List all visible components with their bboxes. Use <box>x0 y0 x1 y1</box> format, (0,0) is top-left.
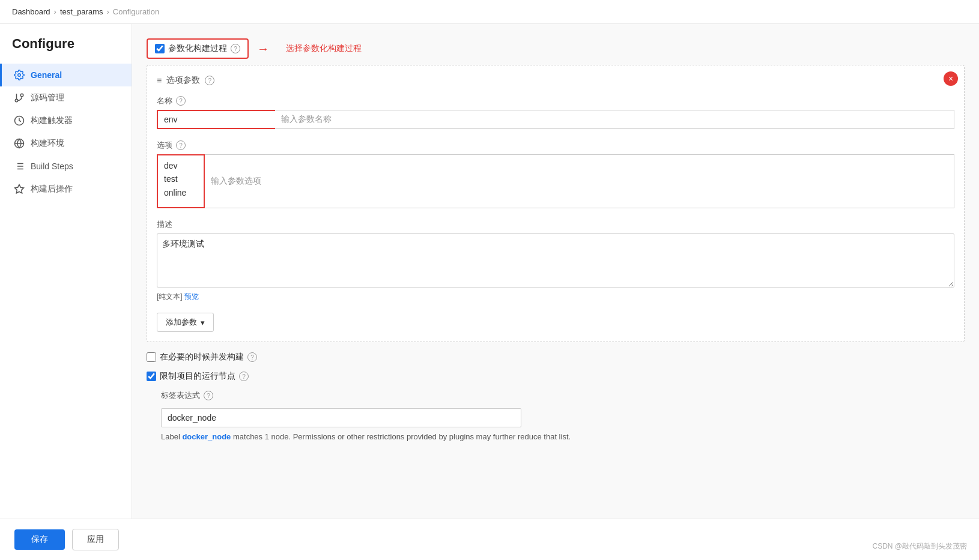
sidebar-item-label-general: General <box>31 70 62 80</box>
options-value-box: dev test online <box>157 154 205 208</box>
source-icon <box>14 92 25 103</box>
match-info-pre: Label <box>161 432 182 441</box>
description-field-label: 描述 <box>157 219 954 230</box>
add-param-button[interactable]: 添加参数 ▾ <box>157 313 214 332</box>
concurrent-help-icon[interactable]: ? <box>247 352 257 362</box>
sidebar-item-label-source: 源码管理 <box>31 92 64 103</box>
sidebar-item-label-postbuild: 构建后操作 <box>31 184 73 194</box>
parameterize-header: 参数化构建过程 ? → 选择参数化构建过程 <box>147 38 965 59</box>
svg-point-2 <box>20 94 23 97</box>
match-info-mid: matches 1 node. Permissions or other res… <box>233 432 571 441</box>
sidebar-item-trigger[interactable]: 构建触发器 <box>0 109 132 132</box>
options-input-row: dev test online 输入参数选项 <box>157 154 954 208</box>
label-expr-label: 标签表达式 ? <box>161 390 965 401</box>
bottom-action-bar: 保存 应用 <box>0 519 979 559</box>
breadcrumb-sep2: › <box>107 7 109 16</box>
label-expression-input[interactable] <box>161 408 521 427</box>
restrict-nodes-checkbox[interactable] <box>147 372 156 381</box>
close-icon: × <box>948 74 953 83</box>
parameterize-help-icon[interactable]: ? <box>231 44 240 53</box>
restrict-nodes-label-text: 限制项目的运行节点 <box>160 371 235 382</box>
sidebar-item-general[interactable]: General <box>0 64 132 86</box>
sidebar-item-env[interactable]: 构建环境 <box>0 132 132 155</box>
sidebar: Configure General 源码管理 <box>0 24 132 559</box>
name-help-icon[interactable]: ? <box>176 96 186 106</box>
dropdown-arrow-icon: ▾ <box>201 318 205 327</box>
options-field-group: 选项 ? dev test online 输入参数选项 <box>157 140 954 208</box>
concurrent-build-row: 在必要的时候并发构建 ? <box>147 352 965 363</box>
svg-point-0 <box>18 74 21 77</box>
parameterize-checkbox[interactable] <box>155 44 165 53</box>
options-help-icon[interactable]: ? <box>176 140 186 150</box>
param-section-header: ≡ 选项参数 ? <box>157 75 954 86</box>
sidebar-item-buildsteps[interactable]: Build Steps <box>0 155 132 178</box>
description-field-group: 描述 多环境测试 [纯文本] 预览 <box>157 219 954 302</box>
trigger-icon <box>14 115 25 126</box>
sidebar-item-label-buildsteps: Build Steps <box>31 161 73 171</box>
concurrent-build-label-text: 在必要的时候并发构建 <box>160 352 244 363</box>
menu-icon: ≡ <box>157 76 162 85</box>
hint-red-text: 选择参数化构建过程 <box>286 43 362 54</box>
svg-point-3 <box>15 99 18 102</box>
globe-icon <box>14 138 25 149</box>
restrict-nodes-help-icon[interactable]: ? <box>239 372 249 381</box>
options-hint-box: 输入参数选项 <box>205 154 954 208</box>
name-field-group: 名称 ? 输入参数名称 <box>157 95 954 129</box>
name-input-hint: 输入参数名称 <box>275 110 954 129</box>
format-bar: [纯文本] 预览 <box>157 292 954 302</box>
match-label: docker_node <box>182 432 231 441</box>
parameterize-label-text: 参数化构建过程 <box>168 43 227 54</box>
param-section-label: 选项参数 <box>166 75 200 86</box>
parameterize-checkbox-label[interactable]: 参数化构建过程 ? <box>147 38 249 59</box>
watermark: CSDN @敲代码敲到头发茂密 <box>872 541 967 552</box>
options-field-label: 选项 ? <box>157 140 954 151</box>
sidebar-item-source[interactable]: 源码管理 <box>0 86 132 109</box>
param-section-help-icon[interactable]: ? <box>205 76 214 85</box>
add-param-label: 添加参数 <box>166 317 197 328</box>
name-field-label: 名称 ? <box>157 95 954 106</box>
format-preview-link[interactable]: 预览 <box>184 292 199 301</box>
param-section: × ≡ 选项参数 ? 名称 ? 输入参数名称 <box>147 65 965 342</box>
apply-button[interactable]: 应用 <box>72 529 119 550</box>
sidebar-item-label-trigger: 构建触发器 <box>31 115 73 126</box>
close-param-button[interactable]: × <box>944 71 958 86</box>
description-textarea[interactable]: 多环境测试 <box>157 233 954 288</box>
sidebar-title: Configure <box>0 36 132 64</box>
hint-arrow: → <box>257 42 269 56</box>
breadcrumb-sep1: › <box>54 7 56 16</box>
breadcrumb: Dashboard › test_params › Configuration <box>0 0 979 24</box>
postbuild-icon <box>14 184 25 194</box>
description-label-text: 描述 <box>157 219 172 230</box>
options-label-text: 选项 <box>157 140 172 151</box>
concurrent-build-checkbox[interactable] <box>147 352 156 362</box>
label-expr-help-icon[interactable]: ? <box>204 391 213 400</box>
label-expr-label-text: 标签表达式 <box>161 390 200 401</box>
name-input[interactable] <box>157 110 275 129</box>
restrict-nodes-label[interactable]: 限制项目的运行节点 ? <box>147 371 249 382</box>
name-label-text: 名称 <box>157 95 172 106</box>
name-input-row: 输入参数名称 <box>157 110 954 129</box>
breadcrumb-current: Configuration <box>113 7 159 16</box>
main-content: 参数化构建过程 ? → 选择参数化构建过程 × ≡ 选项参数 ? 名称 ? <box>132 24 979 559</box>
restrict-nodes-row: 限制项目的运行节点 ? <box>147 371 965 382</box>
svg-marker-13 <box>15 185 24 193</box>
format-plain: [纯文本] <box>157 292 183 301</box>
gear-icon <box>14 70 25 80</box>
sidebar-item-postbuild[interactable]: 构建后操作 <box>0 178 132 200</box>
concurrent-build-label[interactable]: 在必要的时候并发构建 ? <box>147 352 257 363</box>
breadcrumb-project[interactable]: test_params <box>60 7 103 16</box>
list-icon <box>14 161 25 172</box>
sidebar-item-label-env: 构建环境 <box>31 138 64 149</box>
save-button[interactable]: 保存 <box>14 529 65 550</box>
node-match-info: Label docker_node matches 1 node. Permis… <box>161 432 965 441</box>
label-expression-group: 标签表达式 ? Label docker_node matches 1 node… <box>161 390 965 441</box>
breadcrumb-dashboard[interactable]: Dashboard <box>12 7 50 16</box>
